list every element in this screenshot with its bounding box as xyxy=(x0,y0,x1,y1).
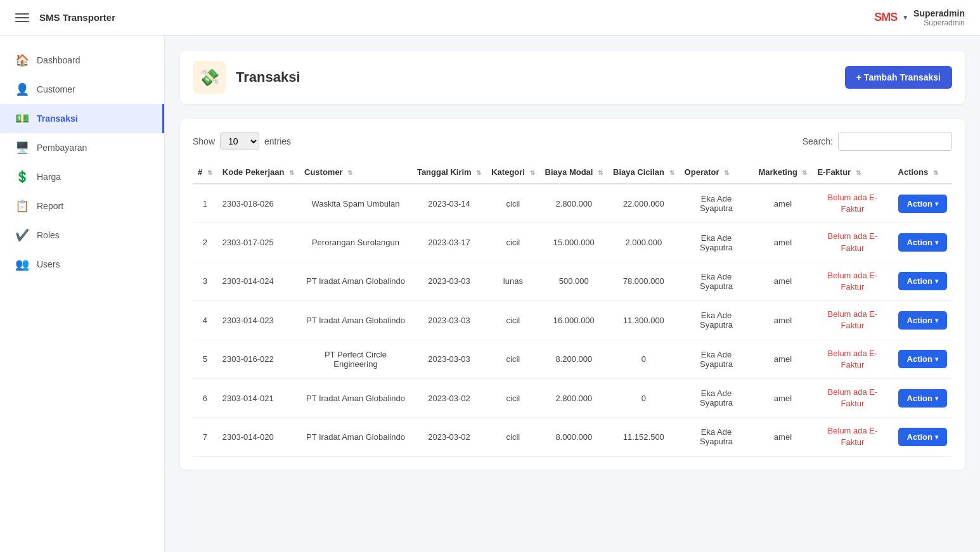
action-button[interactable]: Action ▾ xyxy=(898,272,947,290)
col-header-customer[interactable]: Customer ⇅ xyxy=(299,161,412,184)
action-chevron-icon: ▾ xyxy=(935,395,938,402)
layout: 🏠 Dashboard 👤 Customer 💵 Transaksi 🖥️ Pe… xyxy=(0,35,980,552)
cell-operator: Eka Ade Syaputra xyxy=(680,418,754,456)
entries-select[interactable]: 10 25 50 100 xyxy=(220,132,259,150)
cell-operator: Eka Ade Syaputra xyxy=(680,378,754,417)
sidebar-label-roles: Roles xyxy=(37,230,60,240)
col-header-efaktur[interactable]: E-Faktur ⇅ xyxy=(812,161,893,184)
sidebar-label-transaksi: Transaksi xyxy=(37,113,78,124)
col-header-biaya-modal[interactable]: Biaya Modal ⇅ xyxy=(540,161,608,184)
cell-kode: 2303-014-023 xyxy=(217,301,299,340)
action-button[interactable]: Action ▾ xyxy=(898,350,947,368)
cell-biaya-modal: 8.000.000 xyxy=(540,418,608,456)
sidebar-item-harga[interactable]: 💲 Harga xyxy=(0,162,164,191)
cell-customer: Waskita Spam Umbulan xyxy=(299,184,412,223)
cell-action: Action ▾ xyxy=(893,378,952,417)
cell-marketing: amel xyxy=(753,184,812,223)
cell-customer: PT Iradat Aman Globalindo xyxy=(299,262,412,300)
chevron-down-icon[interactable]: ▼ xyxy=(902,14,908,21)
cell-num: 2 xyxy=(193,223,217,262)
cell-customer: Perorangan Surolangun xyxy=(299,223,412,262)
cell-action: Action ▾ xyxy=(893,223,952,262)
search-box: Search: xyxy=(803,132,952,151)
cell-tanggal: 2023-03-02 xyxy=(412,418,486,456)
cell-num: 1 xyxy=(193,184,217,223)
cell-operator: Eka Ade Syaputra xyxy=(680,223,754,262)
users-icon: 👥 xyxy=(15,257,29,271)
add-transaksi-button[interactable]: + Tambah Transaksi xyxy=(845,66,952,89)
col-header-operator[interactable]: Operator ⇅ xyxy=(680,161,754,184)
sidebar-item-customer[interactable]: 👤 Customer xyxy=(0,75,164,104)
cell-kode: 2303-018-026 xyxy=(217,184,299,223)
hamburger-menu[interactable] xyxy=(15,13,29,22)
transactions-table: # ⇅ Kode Pekerjaan ⇅ Customer ⇅ Tanggal … xyxy=(193,161,952,457)
cell-marketing: amel xyxy=(753,378,812,417)
sidebar-item-dashboard[interactable]: 🏠 Dashboard xyxy=(0,46,164,75)
cell-biaya-modal: 16.000.000 xyxy=(540,301,608,340)
cell-kategori: cicil xyxy=(486,378,539,417)
sidebar-label-users: Users xyxy=(37,259,60,269)
sidebar-item-transaksi[interactable]: 💵 Transaksi xyxy=(0,104,164,133)
cell-action: Action ▾ xyxy=(893,340,952,378)
cell-operator: Eka Ade Syaputra xyxy=(680,340,754,378)
cell-marketing: amel xyxy=(753,301,812,340)
sidebar-item-users[interactable]: 👥 Users xyxy=(0,250,164,279)
cell-biaya-modal: 8.200.000 xyxy=(540,340,608,378)
cell-efaktur: Belum ada E-Faktur xyxy=(812,301,893,340)
navbar: SMS Transporter SMS ▼ Superadmin Superad… xyxy=(0,0,980,35)
cell-action: Action ▾ xyxy=(893,184,952,223)
col-header-kode[interactable]: Kode Pekerjaan ⇅ xyxy=(217,161,299,184)
action-chevron-icon: ▾ xyxy=(935,433,938,440)
action-chevron-icon: ▾ xyxy=(935,356,938,363)
table-header: # ⇅ Kode Pekerjaan ⇅ Customer ⇅ Tanggal … xyxy=(193,161,952,184)
show-label: Show xyxy=(193,136,215,146)
cell-marketing: amel xyxy=(753,262,812,300)
cell-customer: PT Iradat Aman Globalindo xyxy=(299,378,412,417)
sidebar-label-report: Report xyxy=(37,201,63,211)
sidebar-label-pembayaran: Pembayaran xyxy=(37,143,87,153)
cell-biaya-cicilan: 11.300.000 xyxy=(608,301,680,340)
cell-action: Action ▾ xyxy=(893,418,952,456)
table-row: 7 2303-014-020 PT Iradat Aman Globalindo… xyxy=(193,418,952,456)
cell-operator: Eka Ade Syaputra xyxy=(680,184,754,223)
table-body: 1 2303-018-026 Waskita Spam Umbulan 2023… xyxy=(193,184,952,456)
sidebar-item-report[interactable]: 📋 Report xyxy=(0,191,164,221)
action-chevron-icon: ▾ xyxy=(935,239,938,246)
action-button[interactable]: Action ▾ xyxy=(898,233,947,252)
col-header-tanggal[interactable]: Tanggal Kirim ⇅ xyxy=(412,161,486,184)
harga-icon: 💲 xyxy=(15,170,29,184)
table-row: 5 2303-016-022 PT Perfect Circle Enginee… xyxy=(193,340,952,378)
pembayaran-icon: 🖥️ xyxy=(15,141,29,155)
action-button[interactable]: Action ▾ xyxy=(898,311,947,330)
cell-efaktur: Belum ada E-Faktur xyxy=(812,340,893,378)
col-header-num[interactable]: # ⇅ xyxy=(193,161,217,184)
search-input[interactable] xyxy=(838,132,952,151)
transaksi-page-icon: 💸 xyxy=(199,68,219,87)
cell-operator: Eka Ade Syaputra xyxy=(680,301,754,340)
cell-customer: PT Perfect Circle Engineering xyxy=(299,340,412,378)
cell-tanggal: 2023-03-02 xyxy=(412,378,486,417)
cell-action: Action ▾ xyxy=(893,262,952,300)
cell-biaya-cicilan: 0 xyxy=(608,340,680,378)
sidebar-item-roles[interactable]: ✔️ Roles xyxy=(0,221,164,250)
cell-kategori: cicil xyxy=(486,301,539,340)
col-header-kategori[interactable]: Kategori ⇅ xyxy=(486,161,539,184)
action-button[interactable]: Action ▾ xyxy=(898,389,947,408)
cell-biaya-cicilan: 78.000.000 xyxy=(608,262,680,300)
col-header-biaya-cicilan[interactable]: Biaya Cicilan ⇅ xyxy=(608,161,680,184)
table-row: 1 2303-018-026 Waskita Spam Umbulan 2023… xyxy=(193,184,952,223)
action-button[interactable]: Action ▾ xyxy=(898,428,947,446)
cell-num: 6 xyxy=(193,378,217,417)
action-button[interactable]: Action ▾ xyxy=(898,195,947,213)
cell-biaya-modal: 15.000.000 xyxy=(540,223,608,262)
sidebar-item-pembayaran[interactable]: 🖥️ Pembayaran xyxy=(0,133,164,162)
col-header-marketing[interactable]: Marketing ⇅ xyxy=(753,161,812,184)
navbar-left: SMS Transporter xyxy=(15,12,115,23)
cell-kode: 2303-014-024 xyxy=(217,262,299,300)
cell-kode: 2303-014-021 xyxy=(217,378,299,417)
cell-customer: PT Iradat Aman Globalindo xyxy=(299,301,412,340)
table-card: Show 10 25 50 100 entries Search: xyxy=(180,119,965,470)
page-icon: 💸 xyxy=(193,61,226,94)
main-content: 💸 Transaksi + Tambah Transaksi Show 10 2… xyxy=(165,35,980,552)
brand-name: SMS Transporter xyxy=(39,12,115,23)
